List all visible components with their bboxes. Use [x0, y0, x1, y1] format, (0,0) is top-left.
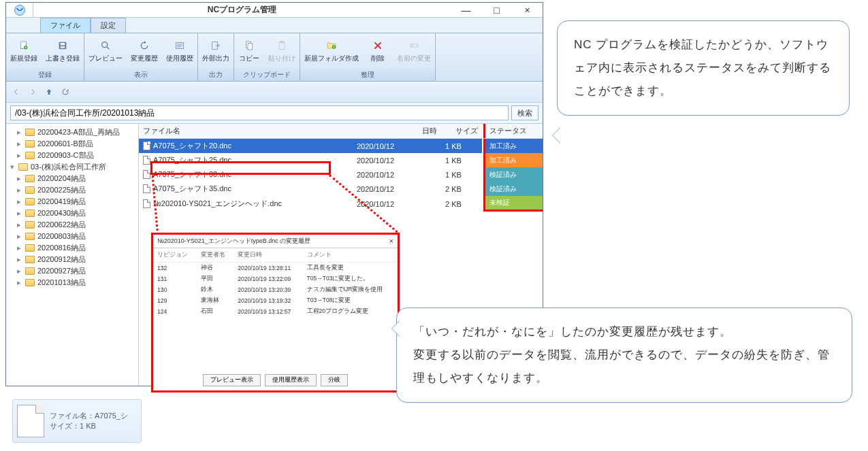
file-row[interactable]: №202010-YS021_エンジンヘッド.dnc2020/10/122 KB未… [139, 196, 543, 212]
history-preview-button[interactable]: プレビュー表示 [203, 374, 261, 386]
folder-icon [25, 129, 35, 136]
file-row[interactable]: A7075_シャフト20.dnc2020/10/121 KB加工済み [139, 139, 543, 153]
external-output-button[interactable]: 外部出力 [198, 33, 234, 69]
changelog-button[interactable]: 変更履歴 [127, 33, 162, 69]
tab-settings[interactable]: 設定 [91, 18, 126, 33]
file-size-cell: 2 KB [441, 196, 482, 212]
paste-button[interactable]: 貼り付け [264, 33, 300, 69]
close-button[interactable]: × [512, 3, 543, 17]
tree-node[interactable]: ▸20200601-B部品 [7, 138, 137, 150]
svg-rect-4 [61, 43, 65, 45]
path-input[interactable] [10, 105, 509, 120]
col-header-size[interactable]: サイズ [441, 124, 482, 138]
file-date-cell: 2020/10/12 [353, 196, 441, 212]
folder-icon [25, 152, 35, 159]
history-close-button[interactable]: × [389, 237, 393, 246]
expand-icon: ▾ [9, 163, 16, 171]
file-icon [143, 184, 150, 193]
tree-node[interactable]: ▸20200622納品 [7, 219, 137, 231]
file-size-cell: 1 KB [441, 153, 482, 167]
history-col-comment[interactable]: コメント [303, 248, 398, 263]
usagelog-button[interactable]: 使用履歴 [162, 33, 197, 69]
tree-node[interactable]: ▸20200430納品 [7, 207, 137, 219]
history-col-user[interactable]: 変更者名 [197, 248, 234, 263]
copy-button[interactable]: コピー [234, 33, 264, 69]
file-status-cell: 加工済み [483, 139, 543, 153]
history-comment: 工程20プログラム変更 [303, 306, 398, 317]
tab-file[interactable]: ファイル [40, 18, 91, 33]
col-header-name[interactable]: ファイル名 [139, 124, 353, 138]
path-bar: 検索 [6, 103, 543, 124]
file-row[interactable]: A7075_シャフト25.dnc2020/10/121 KB加工済み [139, 153, 543, 167]
new-folder-icon [325, 39, 338, 52]
overwrite-register-button[interactable]: 上書き登録 [42, 33, 84, 69]
col-header-date[interactable]: 日時 [353, 124, 441, 138]
folder-tree[interactable]: ▸20200423-A部品_再納品▸20200601-B部品▸20200903-… [6, 124, 139, 386]
tree-node[interactable]: ▸20200803納品 [7, 231, 137, 242]
history-row[interactable]: 124石田2020/10/19 13:12:57工程20プログラム変更 [153, 306, 398, 317]
svg-rect-5 [61, 46, 65, 48]
file-size-cell: 2 KB [441, 182, 482, 196]
file-size-cell: 1 KB [441, 167, 482, 182]
folder-icon [25, 198, 35, 205]
file-row[interactable]: A7075_シャフト35.dnc2020/10/122 KB検証済み [139, 182, 543, 196]
ribbon-group-display-label: 表示 [84, 69, 197, 81]
history-usage-button[interactable]: 使用履歴表示 [265, 374, 317, 386]
tree-node[interactable]: ▸20200903-C部品 [7, 150, 137, 161]
rename-button[interactable]: 名前の変更 [393, 33, 435, 69]
annotation-history-text: 「いつ・だれが・なにを」したのか変更履歴が残せます。 変更する以前のデータを閲覧… [413, 325, 830, 384]
folder-icon [25, 279, 35, 286]
tree-node[interactable]: ▸20200912納品 [7, 254, 137, 265]
file-detail-name: ファイル名：A7075_シ [50, 411, 128, 421]
tree-node[interactable]: ▸20200927納品 [7, 265, 137, 277]
ribbon-group-register: 新規登録 上書き登録 登録 [6, 33, 84, 81]
new-folder-button[interactable]: 新規フォルダ作成 [300, 33, 363, 69]
nav-refresh-button[interactable] [58, 84, 73, 99]
tree-node[interactable]: ▸20200423-A部品_再納品 [7, 127, 137, 138]
titlebar: NCプログラム管理 — □ × [6, 3, 543, 18]
tree-node[interactable]: ▾03-(株)浜松合同工作所 [7, 161, 137, 173]
expand-icon: ▸ [16, 278, 22, 287]
expand-icon: ▸ [16, 151, 22, 160]
tree-node-label: 20200927納品 [37, 266, 86, 276]
tree-node-label: 20200601-B部品 [37, 139, 93, 149]
tree-node[interactable]: ▸20200816納品 [7, 242, 137, 254]
tree-node[interactable]: ▸20200225納品 [7, 184, 137, 196]
tree-node[interactable]: ▸20200419納品 [7, 196, 137, 207]
delete-button[interactable]: 削除 [363, 33, 393, 69]
history-col-date[interactable]: 変更日時 [234, 248, 302, 263]
nav-forward-button[interactable] [25, 84, 40, 99]
history-branch-button[interactable]: 分岐 [321, 374, 348, 386]
expand-icon: ▸ [16, 209, 22, 218]
history-row[interactable]: 129東海林2020/10/19 13:19:32T03→T08に変更 [153, 295, 398, 306]
nav-up-button[interactable] [42, 84, 57, 99]
preview-button[interactable]: プレビュー [84, 33, 127, 69]
tree-node[interactable]: ▸20200204納品 [7, 173, 137, 184]
file-status-cell: 検証済み [483, 167, 543, 182]
ribbon-group-register-label: 登録 [6, 69, 84, 81]
history-date: 2020/10/19 13:19:32 [234, 295, 302, 306]
copy-icon [242, 39, 256, 52]
col-header-status[interactable]: ステータス [483, 124, 543, 138]
history-rev: 129 [153, 295, 197, 306]
history-col-rev[interactable]: リビジョン [153, 248, 197, 263]
tree-node-label: 20200622納品 [37, 220, 86, 230]
new-register-icon [17, 39, 31, 52]
history-row[interactable]: 132神谷2020/10/19 13:28:11工具長を変更 [153, 263, 398, 274]
file-row[interactable]: A7075_シャフト30.dnc2020/10/121 KB検証済み [139, 167, 543, 182]
search-button[interactable]: 検索 [511, 105, 539, 120]
folder-icon [25, 221, 35, 229]
new-register-label: 新規登録 [10, 54, 37, 63]
maximize-button[interactable]: □ [481, 3, 512, 17]
history-row[interactable]: 130鈴木2020/10/19 13:20:39ナスカ編集でIJR変換を使用 [153, 284, 398, 295]
tree-node-label: 20200803納品 [37, 231, 86, 241]
history-comment: ナスカ編集でIJR変換を使用 [303, 284, 398, 295]
history-row[interactable]: 131平田2020/10/19 13:22:09T05→T03に変更した。 [153, 273, 398, 284]
nav-toolbar [6, 82, 543, 103]
minimize-button[interactable]: — [451, 3, 481, 17]
tree-node[interactable]: ▸20201013納品 [7, 277, 137, 288]
nav-back-button[interactable] [9, 84, 24, 99]
new-register-button[interactable]: 新規登録 [6, 33, 42, 69]
usagelog-label: 使用履歴 [166, 54, 193, 63]
history-buttons: プレビュー表示 使用履歴表示 分岐 [153, 370, 398, 390]
